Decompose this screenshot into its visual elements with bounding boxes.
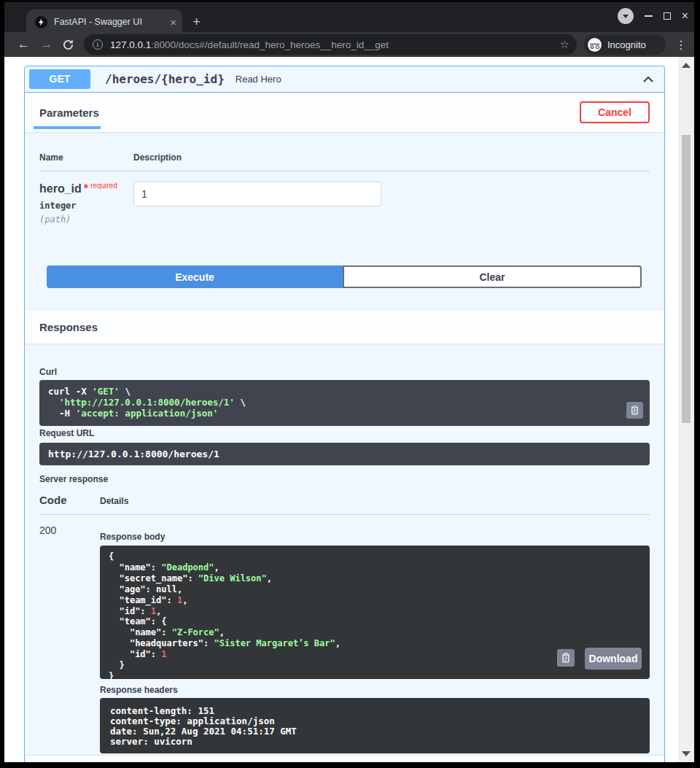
status-code: 200 bbox=[39, 524, 56, 536]
operation-path: /heroes/{hero_id} bbox=[105, 72, 225, 86]
browser-menu-icon[interactable]: ⋮ bbox=[675, 38, 687, 52]
tab-title: FastAPI - Swagger UI bbox=[54, 17, 166, 27]
reload-icon[interactable] bbox=[62, 39, 74, 51]
operation-description: Read Hero bbox=[236, 74, 281, 85]
incognito-icon bbox=[588, 38, 602, 52]
response-table-header: Code Details bbox=[39, 494, 650, 515]
clear-button[interactable]: Clear bbox=[343, 265, 642, 288]
column-details: Details bbox=[100, 496, 128, 506]
responses-title: Responses bbox=[39, 321, 98, 333]
response-body-block: { "name": "Deadpond", "secret_name": "Di… bbox=[100, 546, 650, 679]
opblock-get: GET /heroes/{hero_id} Read Hero Paramete… bbox=[24, 66, 665, 762]
page-content: GET /heroes/{hero_id} Read Hero Paramete… bbox=[4, 57, 694, 762]
window-controls: × bbox=[618, 8, 688, 24]
parameters-table-header: Name Description bbox=[39, 152, 650, 171]
server-response-label: Server response bbox=[39, 474, 108, 484]
responses-header: Responses bbox=[25, 311, 664, 344]
curl-command: curl -X 'GET' \ 'http://127.0.0.1:8000/h… bbox=[39, 380, 650, 425]
browser-tab[interactable]: FastAPI - Swagger UI × bbox=[26, 9, 182, 34]
parameter-type: integer bbox=[39, 201, 133, 211]
request-url-value: http://127.0.0.1:8000/heroes/1 bbox=[39, 443, 650, 465]
bookmark-star-icon[interactable]: ☆ bbox=[560, 38, 569, 51]
titlebar: FastAPI - Swagger UI × + × bbox=[4, 0, 694, 32]
scroll-up-icon[interactable] bbox=[682, 63, 691, 68]
url-path: :8000/docs#/default/read_hero_heroes__he… bbox=[151, 39, 389, 50]
response-headers-label: Response headers bbox=[100, 685, 178, 695]
required-label: required bbox=[90, 182, 117, 190]
response-headers-text: content-length: 151 content-type: applic… bbox=[100, 698, 650, 753]
browser-window: FastAPI - Swagger UI × + × ← → i 127.0.0… bbox=[4, 0, 694, 762]
parameter-value-cell bbox=[133, 182, 381, 225]
parameter-location: (path) bbox=[39, 214, 133, 225]
parameter-name: hero_id bbox=[39, 182, 82, 195]
page-info-icon[interactable]: i bbox=[93, 39, 103, 50]
operation-summary[interactable]: GET /heroes/{hero_id} Read Hero bbox=[25, 66, 664, 93]
column-description: Description bbox=[133, 152, 182, 171]
new-tab-icon[interactable]: + bbox=[192, 14, 201, 30]
download-button[interactable]: Download bbox=[585, 648, 642, 670]
execute-button[interactable]: Execute bbox=[47, 265, 343, 288]
column-name: Name bbox=[39, 152, 133, 171]
browser-toolbar: ← → i 127.0.0.1:8000/docs#/default/read_… bbox=[4, 32, 694, 57]
scroll-down-icon[interactable] bbox=[682, 751, 691, 756]
parameter-row: hero_id*required integer (path) bbox=[39, 182, 650, 225]
scrollbar[interactable] bbox=[678, 57, 694, 762]
back-icon[interactable]: ← bbox=[18, 37, 30, 52]
required-star: * bbox=[84, 182, 88, 195]
execute-row: Execute Clear bbox=[47, 265, 642, 288]
cancel-button[interactable]: Cancel bbox=[580, 101, 650, 123]
column-code: Code bbox=[39, 494, 67, 506]
request-url-block: http://127.0.0.1:8000/heroes/1 bbox=[39, 443, 650, 465]
url-host: 127.0.0.1 bbox=[110, 39, 151, 50]
forward-icon[interactable]: → bbox=[40, 37, 52, 52]
minimize-icon[interactable] bbox=[645, 15, 653, 17]
parameters-header: Parameters Cancel bbox=[25, 93, 664, 132]
close-window-icon[interactable]: × bbox=[682, 10, 688, 22]
parameters-tab-underline bbox=[34, 126, 101, 129]
curl-code-block: curl -X 'GET' \ 'http://127.0.0.1:8000/h… bbox=[39, 380, 650, 426]
tab-search-icon[interactable] bbox=[618, 8, 634, 24]
request-url-label: Request URL bbox=[39, 428, 94, 438]
incognito-label: Incognito bbox=[607, 39, 646, 50]
fastapi-favicon-icon bbox=[35, 16, 47, 28]
screen: FastAPI - Swagger UI × + × ← → i 127.0.0… bbox=[0, 0, 700, 768]
url-bar[interactable]: i 127.0.0.1:8000/docs#/default/read_hero… bbox=[84, 34, 577, 55]
response-body-label: Response body bbox=[100, 532, 165, 542]
url-text: 127.0.0.1:8000/docs#/default/read_hero_h… bbox=[110, 39, 554, 50]
method-badge: GET bbox=[29, 69, 90, 89]
hero-id-input[interactable] bbox=[133, 182, 381, 206]
curl-label: Curl bbox=[39, 367, 57, 377]
scrollbar-thumb[interactable] bbox=[682, 135, 691, 423]
collapse-chevron-icon[interactable] bbox=[641, 72, 656, 87]
responses-section-header: Responses bbox=[25, 756, 664, 762]
copy-to-clipboard-icon[interactable] bbox=[557, 649, 575, 667]
response-headers-block: content-length: 151 content-type: applic… bbox=[100, 698, 650, 753]
incognito-badge: Incognito bbox=[584, 34, 666, 55]
responses-section-title: Responses bbox=[39, 760, 98, 762]
parameters-title: Parameters bbox=[39, 106, 99, 119]
parameter-name-cell: hero_id*required integer (path) bbox=[39, 182, 133, 225]
copy-to-clipboard-icon[interactable] bbox=[626, 402, 643, 419]
maximize-icon[interactable] bbox=[664, 12, 671, 20]
tab-close-icon[interactable]: × bbox=[170, 17, 176, 28]
chevron-down-icon bbox=[623, 15, 629, 18]
